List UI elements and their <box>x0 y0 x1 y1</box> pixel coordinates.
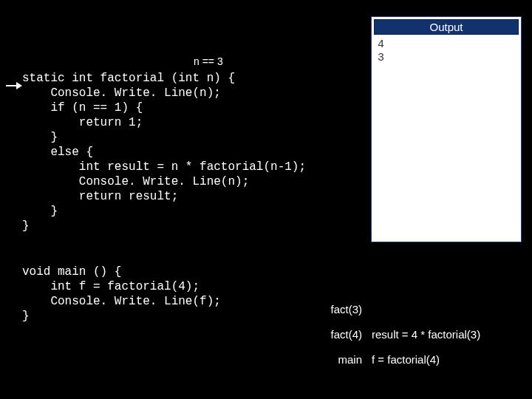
svg-marker-1 <box>16 82 22 89</box>
stack-frame-label: fact(3) <box>316 299 366 319</box>
stack-row: fact(3) <box>316 299 522 319</box>
stack-frame-value: result = 4 * factorial(3) <box>366 324 522 344</box>
n-value-label: n == 3 <box>194 55 223 67</box>
output-panel: Output 4 3 <box>371 16 522 242</box>
stack-frame-value <box>366 299 522 319</box>
call-stack: fact(3) fact(4) result = 4 * factorial(3… <box>316 294 522 369</box>
stack-frame-label: fact(4) <box>316 324 366 344</box>
main-code: void main () { int f = factorial(4); Con… <box>22 265 221 324</box>
factorial-code: static int factorial (int n) { Console. … <box>22 71 306 233</box>
stack-frame-value: f = factorial(4) <box>366 349 522 369</box>
stack-frame-label: main <box>316 349 366 369</box>
output-title: Output <box>374 19 519 35</box>
current-line-arrow <box>6 81 22 90</box>
stack-row: fact(4) result = 4 * factorial(3) <box>316 324 522 344</box>
stack-row: main f = factorial(4) <box>316 349 522 369</box>
output-body: 4 3 <box>372 37 521 66</box>
